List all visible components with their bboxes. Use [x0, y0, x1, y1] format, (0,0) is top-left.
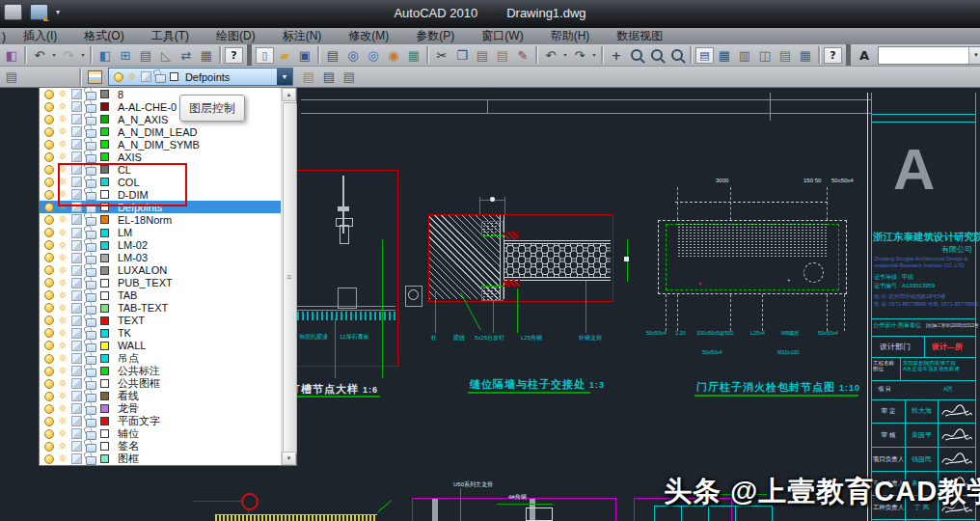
layer-vp-freeze-icon[interactable]: [71, 378, 82, 389]
zoom-previous-icon[interactable]: [667, 46, 687, 65]
layer-on-icon[interactable]: [44, 140, 54, 150]
match-properties-icon[interactable]: ✎: [513, 46, 532, 65]
sheet-icon[interactable]: ▤: [136, 46, 155, 65]
layer-vp-freeze-icon[interactable]: [71, 101, 82, 112]
undo-icon[interactable]: ↶: [30, 46, 49, 65]
layer-vp-freeze-icon[interactable]: [71, 328, 82, 339]
layer-color-swatch[interactable]: [100, 140, 109, 149]
layer-freeze-icon[interactable]: ☼: [58, 190, 68, 199]
render-globe-icon[interactable]: ◉: [384, 46, 403, 65]
layer-vp-freeze-icon[interactable]: [71, 366, 82, 376]
layer-row[interactable]: ☼ AXIS: [40, 151, 282, 163]
layer-on-icon[interactable]: [44, 379, 54, 389]
layer-freeze-icon[interactable]: ☼: [58, 215, 68, 224]
layer-row[interactable]: ☼ LM-03: [40, 252, 282, 264]
layer-on-icon[interactable]: [44, 404, 54, 414]
setsquare-icon[interactable]: ◺: [156, 46, 176, 65]
layer-color-swatch[interactable]: [100, 115, 109, 123]
print-preview-icon[interactable]: ◎: [343, 46, 363, 65]
layer-row[interactable]: ☼ WALL: [40, 340, 282, 352]
layer-color-swatch[interactable]: [100, 127, 109, 136]
redo-icon[interactable]: ↷: [59, 46, 78, 65]
layer-color-swatch[interactable]: [100, 229, 109, 237]
menu-item[interactable]: 修改(M): [335, 29, 402, 42]
layer-freeze-icon[interactable]: ☼: [58, 241, 68, 250]
layer-on-icon[interactable]: [44, 90, 54, 99]
layer-row[interactable]: ☼ 龙骨: [40, 402, 282, 415]
layer-freeze-icon[interactable]: ☼: [58, 392, 68, 400]
layer-vp-freeze-icon[interactable]: [71, 139, 82, 150]
layer-freeze-icon[interactable]: ☼: [58, 379, 68, 388]
layer-freeze-icon[interactable]: ☼: [58, 102, 68, 111]
layer-row[interactable]: ☼ D-DIM: [40, 188, 282, 201]
layer-vp-freeze-icon[interactable]: [71, 353, 82, 364]
redo2-icon[interactable]: ↷: [570, 46, 589, 65]
layer-on-icon[interactable]: [44, 278, 54, 288]
layer-row[interactable]: ☼ EL-18Norm: [40, 213, 282, 226]
layer-color-swatch[interactable]: [100, 442, 109, 451]
layer-on-icon[interactable]: [44, 392, 54, 401]
layer-color-swatch[interactable]: [100, 392, 109, 400]
layer-freeze-icon[interactable]: ☼: [58, 90, 68, 98]
menu-item-clipped[interactable]: ): [0, 30, 10, 43]
menu-item[interactable]: 窗口(W): [468, 29, 536, 42]
layer-previous-icon[interactable]: ▤: [319, 68, 339, 86]
layer-vp-freeze-icon[interactable]: [71, 428, 82, 439]
new-file-icon[interactable]: ▯: [256, 47, 274, 64]
layer-color-swatch[interactable]: [100, 454, 109, 463]
quickcalc-icon[interactable]: ▦: [796, 46, 815, 65]
layer-vp-freeze-icon[interactable]: [71, 278, 82, 288]
layer-row[interactable]: ☼ TAB-TEXT: [40, 302, 282, 315]
help2-icon[interactable]: ?: [824, 47, 842, 64]
layer-on-icon[interactable]: [44, 417, 54, 426]
layer-row[interactable]: ☼ 吊点: [40, 352, 282, 365]
layer-color-swatch[interactable]: [100, 429, 109, 438]
properties-palette-icon[interactable]: ▤: [695, 47, 714, 64]
layer-row[interactable]: ☼ TEXT: [40, 315, 282, 327]
layer-row[interactable]: ☼ TK: [40, 327, 282, 340]
clipped-tool-icon[interactable]: ◧: [2, 46, 21, 65]
layer-on-icon[interactable]: [44, 303, 54, 313]
zoom-realtime-icon[interactable]: [627, 46, 646, 65]
calculator-icon[interactable]: ▦: [197, 46, 216, 65]
layer-freeze-icon[interactable]: ☼: [58, 266, 68, 275]
layer-vp-freeze-icon[interactable]: [71, 416, 82, 426]
layer-freeze-icon[interactable]: ☼: [58, 140, 68, 149]
layer-color-swatch[interactable]: [100, 203, 109, 211]
paste-icon[interactable]: ▤: [473, 46, 492, 65]
clipped-palette-icon[interactable]: ▤: [2, 68, 21, 86]
layer-vp-freeze-icon[interactable]: [71, 453, 82, 464]
layer-vp-freeze-icon[interactable]: [71, 240, 82, 251]
layer-combo-dropdown-button[interactable]: ▼: [277, 69, 292, 85]
layer-vp-freeze-icon[interactable]: [71, 403, 82, 414]
layer-color-swatch[interactable]: [100, 241, 109, 250]
layer-row[interactable]: ☼ 看线: [40, 390, 282, 402]
layer-row[interactable]: ☼ 公共标注: [40, 365, 282, 377]
layer-vp-freeze-icon[interactable]: [71, 202, 82, 212]
layer-color-swatch[interactable]: [100, 367, 109, 375]
layer-row[interactable]: ☼ A_N_DIM_SYMB: [40, 138, 282, 151]
layer-vp-freeze-icon[interactable]: [71, 315, 82, 326]
undo2-icon[interactable]: ↶: [541, 46, 560, 65]
layer-on-icon[interactable]: [44, 442, 54, 452]
layer-vp-freeze-icon[interactable]: [71, 89, 82, 99]
menu-item[interactable]: 帮助(H): [537, 29, 604, 42]
layer-color-swatch[interactable]: [100, 90, 109, 98]
text-style-icon[interactable]: A: [855, 46, 874, 65]
layer-on-icon[interactable]: [44, 190, 54, 200]
layer-vp-freeze-icon[interactable]: [71, 228, 82, 238]
layer-color-swatch[interactable]: [100, 379, 109, 388]
layer-vp-freeze-icon[interactable]: [71, 290, 82, 301]
layer-row[interactable]: ☼ Defpoints: [40, 201, 282, 213]
layer-on-icon[interactable]: [44, 203, 54, 212]
menu-item[interactable]: 标注(N): [269, 29, 336, 42]
publish-icon[interactable]: ◎: [364, 46, 383, 65]
layer-freeze-icon[interactable]: ☼: [58, 229, 68, 237]
layer-row[interactable]: ☼ LM: [40, 227, 282, 239]
layer-vp-freeze-icon[interactable]: [71, 151, 82, 162]
layer-on-icon[interactable]: [44, 354, 54, 364]
layer-row[interactable]: ☼ A-AL-CHE-0: [40, 100, 282, 113]
layer-freeze-icon[interactable]: ☼: [58, 152, 68, 161]
layer-row[interactable]: ☼ CL: [40, 163, 282, 176]
layer-row[interactable]: ☼ A_N_DIM_LEAD: [40, 125, 282, 138]
